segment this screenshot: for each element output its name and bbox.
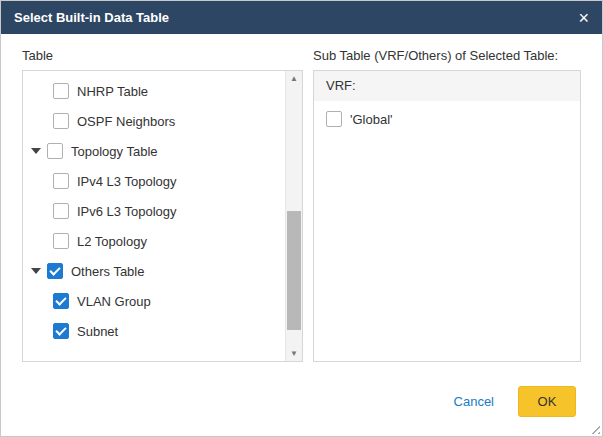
- checkbox-ipv4-l3-topology[interactable]: [53, 173, 69, 189]
- checkbox-vlan-group[interactable]: [53, 293, 69, 309]
- expand-collapse-icon[interactable]: [31, 268, 41, 274]
- sub-table-panel-label: Sub Table (VRF/Others) of Selected Table…: [313, 48, 581, 63]
- scrollbar-up-icon[interactable]: ▲: [286, 71, 302, 86]
- dialog-title-bar[interactable]: Select Built-in Data Table ×: [1, 1, 602, 34]
- vrf-item-label: 'Global': [350, 112, 393, 127]
- checkbox-subnet[interactable]: [53, 323, 69, 339]
- scrollbar-thumb[interactable]: [287, 211, 301, 331]
- table-tree-scrollbar[interactable]: ▲ ▼: [285, 71, 302, 361]
- tree-item-l2-topology[interactable]: L2 Topology: [23, 226, 302, 256]
- sub-table-panel: Sub Table (VRF/Others) of Selected Table…: [313, 48, 581, 362]
- table-tree-listbox: NHRP TableOSPF NeighborsTopology TableIP…: [22, 70, 303, 362]
- table-tree: NHRP TableOSPF NeighborsTopology TableIP…: [23, 71, 302, 346]
- table-panel: Table NHRP TableOSPF NeighborsTopology T…: [22, 48, 303, 362]
- tree-item-label: OSPF Neighbors: [77, 114, 175, 129]
- tree-item-label: L2 Topology: [77, 234, 147, 249]
- tree-item-ipv6-l3-topology[interactable]: IPv6 L3 Topology: [23, 196, 302, 226]
- tree-item-label: Others Table: [71, 264, 144, 279]
- tree-item-ipv4-l3-topology[interactable]: IPv4 L3 Topology: [23, 166, 302, 196]
- tree-item-label: IPv6 L3 Topology: [77, 204, 177, 219]
- checkbox-ipv6-l3-topology[interactable]: [53, 203, 69, 219]
- vrf-item-global[interactable]: 'Global': [314, 101, 580, 137]
- select-built-in-data-table-dialog: Select Built-in Data Table × Table NHRP …: [0, 0, 603, 437]
- scrollbar-down-icon[interactable]: ▼: [286, 346, 302, 361]
- tree-item-label: Subnet: [77, 324, 118, 339]
- dialog-footer: Cancel OK: [1, 366, 602, 436]
- tree-item-subnet[interactable]: Subnet: [23, 316, 302, 346]
- checkbox-l2-topology[interactable]: [53, 233, 69, 249]
- checkbox-topology-table[interactable]: [47, 143, 63, 159]
- checkbox-global[interactable]: [326, 111, 342, 127]
- tree-item-vlan-group[interactable]: VLAN Group: [23, 286, 302, 316]
- checkbox-ospf-neighbors[interactable]: [53, 113, 69, 129]
- vrf-listbox: VRF: 'Global': [313, 70, 581, 362]
- checkbox-others-table[interactable]: [47, 263, 63, 279]
- tree-item-label: Topology Table: [71, 144, 158, 159]
- table-panel-label: Table: [22, 48, 303, 63]
- tree-item-label: IPv4 L3 Topology: [77, 174, 177, 189]
- ok-button[interactable]: OK: [518, 386, 576, 417]
- tree-item-ospf-neighbors[interactable]: OSPF Neighbors: [23, 106, 302, 136]
- dialog-title: Select Built-in Data Table: [14, 10, 169, 25]
- tree-item-topology-table[interactable]: Topology Table: [23, 136, 302, 166]
- checkbox-nhrp-table[interactable]: [53, 83, 69, 99]
- expand-collapse-icon[interactable]: [31, 148, 41, 154]
- tree-item-label: VLAN Group: [77, 294, 151, 309]
- vrf-list: 'Global': [314, 101, 580, 137]
- cancel-button[interactable]: Cancel: [454, 394, 494, 409]
- close-icon[interactable]: ×: [578, 9, 589, 27]
- dialog-body: Table NHRP TableOSPF NeighborsTopology T…: [1, 34, 602, 362]
- tree-item-nhrp-table[interactable]: NHRP Table: [23, 76, 302, 106]
- tree-item-others-table[interactable]: Others Table: [23, 256, 302, 286]
- vrf-group-header: VRF:: [314, 71, 580, 101]
- scrollbar-track[interactable]: [286, 86, 302, 346]
- tree-item-label: NHRP Table: [77, 84, 148, 99]
